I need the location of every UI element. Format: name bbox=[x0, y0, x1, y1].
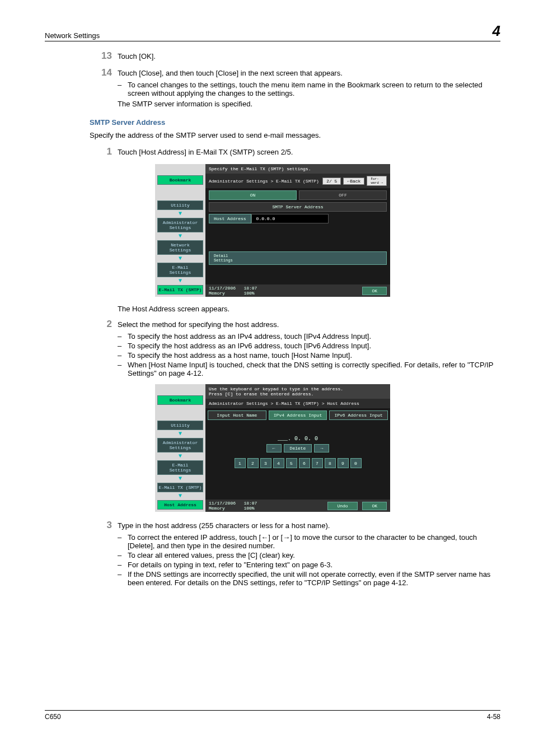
sidebar-email-settings[interactable]: E-Mail Settings bbox=[157, 263, 203, 277]
step-text: Select the method for specifying the hos… bbox=[118, 320, 500, 329]
tab-ipv4-address-input[interactable]: IPv4 Address Input bbox=[269, 410, 327, 420]
bullet-dash: – bbox=[118, 570, 128, 587]
arrow-down-icon: ▼ bbox=[179, 494, 182, 498]
breadcrumb: Administrator Settings > E-Mail TX (SMTP… bbox=[209, 179, 320, 184]
sub-text: To cancel changes to the settings, touch… bbox=[128, 81, 500, 97]
breadcrumb: Administrator Settings > E-Mail TX (SMTP… bbox=[209, 401, 387, 406]
keypad-key[interactable]: 1 bbox=[235, 458, 246, 468]
ok-button[interactable]: OK bbox=[362, 502, 387, 510]
sidebar-email-tx-smtp[interactable]: E-Mail TX (SMTP) bbox=[157, 285, 203, 295]
undo-button[interactable]: Undo bbox=[327, 502, 357, 510]
sidebar-admin-settings[interactable]: Administrator Settings bbox=[157, 438, 203, 452]
sidebar-bookmark[interactable]: Bookmark bbox=[157, 395, 203, 405]
keypad-key[interactable]: 0 bbox=[350, 458, 362, 468]
step-number: 13 bbox=[90, 50, 112, 62]
step-text: Touch [Close], and then touch [Close] in… bbox=[118, 69, 500, 77]
bullet-dash: – bbox=[118, 551, 128, 559]
sidebar-email-settings[interactable]: E-Mail Settings bbox=[157, 460, 203, 475]
step-number: 3 bbox=[90, 520, 112, 531]
sub-text: To specify the host address as an IPv6 a… bbox=[128, 342, 371, 350]
step-number: 14 bbox=[90, 67, 112, 78]
sidebar-bookmark[interactable]: Bookmark bbox=[157, 175, 203, 185]
host-address-button[interactable]: Host Address bbox=[209, 214, 251, 223]
keypad-key[interactable]: 6 bbox=[299, 458, 310, 468]
status-datetime-memory: 11/17/2006 18:07 Memory 100% bbox=[209, 286, 257, 296]
arrow-down-icon: ▼ bbox=[179, 477, 182, 480]
sidebar: Bookmark Utility ▼ Administrator Setting… bbox=[155, 384, 205, 512]
bullet-dash: – bbox=[118, 81, 128, 97]
sidebar-utility[interactable]: Utility bbox=[157, 421, 203, 430]
ip-display: ___. 0. 0. 0 bbox=[209, 436, 387, 442]
sidebar-network-settings[interactable]: Network Settings bbox=[157, 240, 203, 255]
bullet-dash: – bbox=[118, 351, 128, 360]
keypad-key[interactable]: 5 bbox=[286, 458, 297, 468]
sidebar: Bookmark Utility ▼ Administrator Setting… bbox=[155, 164, 205, 297]
arrow-down-icon: ▼ bbox=[179, 455, 182, 458]
instruction-text: Use the keyboard or keypad to type in th… bbox=[205, 384, 390, 399]
sidebar-admin-settings[interactable]: Administrator Settings bbox=[157, 218, 203, 232]
status-datetime-memory: 11/17/2006 18:07 Memory 100% bbox=[209, 501, 257, 511]
screenshot-host-address-input: Bookmark Utility ▼ Administrator Setting… bbox=[155, 384, 390, 512]
page-header: Network Settings 4 bbox=[45, 22, 500, 41]
delete-button[interactable]: Delete bbox=[284, 444, 312, 452]
sub-text: To correct the entered IP address, touch… bbox=[128, 533, 500, 550]
cursor-right-button[interactable]: → bbox=[314, 444, 329, 452]
sub-text: To clear all entered values, press the [… bbox=[128, 551, 295, 559]
ok-button[interactable]: OK bbox=[362, 287, 387, 295]
tab-input-host-name[interactable]: Input Host Name bbox=[208, 410, 266, 420]
chapter-number: 4 bbox=[493, 22, 500, 40]
detail-settings-button[interactable]: Detail Settings bbox=[209, 251, 387, 265]
sidebar-host-address[interactable]: Host Address bbox=[157, 500, 203, 510]
screenshot-smtp-server-address: Bookmark Utility ▼ Administrator Setting… bbox=[155, 164, 390, 297]
step-number: 2 bbox=[90, 319, 112, 330]
sub-text: When [Host Name Input] is touched, check… bbox=[128, 361, 500, 377]
header-title: Network Settings bbox=[45, 31, 100, 40]
step-number: 1 bbox=[90, 146, 112, 157]
arrow-down-icon: ▼ bbox=[179, 432, 182, 436]
arrow-down-icon: ▼ bbox=[179, 212, 182, 216]
page-indicator: 2/ 5 bbox=[322, 178, 341, 185]
sub-text: If the DNS settings are incorrectly spec… bbox=[128, 570, 500, 587]
off-button[interactable]: OFF bbox=[299, 190, 387, 200]
sidebar-email-tx-smtp[interactable]: E-Mail TX (SMTP) bbox=[157, 483, 203, 492]
step-text: Touch [Host Address] in E-Mail TX (SMTP)… bbox=[118, 148, 500, 156]
bullet-dash: – bbox=[118, 332, 128, 340]
body-text: The Host Address screen appears. bbox=[118, 305, 500, 313]
sub-text: To specify the host address as an IPv4 a… bbox=[128, 332, 371, 340]
sub-text: For details on typing in text, refer to … bbox=[128, 561, 332, 569]
bullet-dash: – bbox=[118, 361, 128, 377]
step-text: Touch [OK]. bbox=[118, 52, 500, 60]
cursor-left-button[interactable]: ← bbox=[266, 444, 282, 452]
back-button[interactable]: ←Back bbox=[343, 178, 364, 185]
tab-ipv6-address-input[interactable]: IPv6 Address Input bbox=[329, 410, 388, 420]
footer-model: C650 bbox=[45, 713, 61, 721]
keypad-key[interactable]: 9 bbox=[338, 458, 349, 468]
bullet-dash: – bbox=[118, 533, 128, 550]
instruction-text: Specify the E-Mail TX (SMTP) settings. bbox=[205, 164, 390, 174]
arrow-down-icon: ▼ bbox=[179, 279, 182, 283]
bullet-dash: – bbox=[118, 342, 128, 350]
keypad-key[interactable]: 2 bbox=[247, 458, 259, 468]
host-address-value: 0.0.0.0 bbox=[251, 214, 329, 223]
section-label: SMTP Server Address bbox=[209, 202, 387, 212]
numeric-keypad: 1 2 3 4 5 6 7 8 9 0 bbox=[209, 458, 387, 468]
keypad-key[interactable]: 3 bbox=[260, 458, 271, 468]
section-intro: Specify the address of the SMTP server u… bbox=[90, 131, 500, 139]
on-button[interactable]: ON bbox=[209, 190, 297, 200]
keypad-key[interactable]: 4 bbox=[273, 458, 284, 468]
arrow-down-icon: ▼ bbox=[179, 257, 182, 260]
sub-text: To specify the host address as a host na… bbox=[128, 351, 352, 360]
body-text: The SMTP server information is specified… bbox=[118, 100, 500, 108]
step-text: Type in the host address (255 characters… bbox=[118, 521, 500, 530]
arrow-down-icon: ▼ bbox=[179, 235, 182, 238]
section-heading: SMTP Server Address bbox=[90, 118, 500, 127]
page-footer: C650 4-58 bbox=[45, 710, 500, 721]
sidebar-utility[interactable]: Utility bbox=[157, 200, 203, 210]
bullet-dash: – bbox=[118, 561, 128, 569]
footer-page-number: 4-58 bbox=[487, 713, 500, 721]
keypad-key[interactable]: 8 bbox=[325, 458, 336, 468]
keypad-key[interactable]: 7 bbox=[312, 458, 323, 468]
forward-button[interactable]: For- ward → bbox=[367, 176, 387, 186]
